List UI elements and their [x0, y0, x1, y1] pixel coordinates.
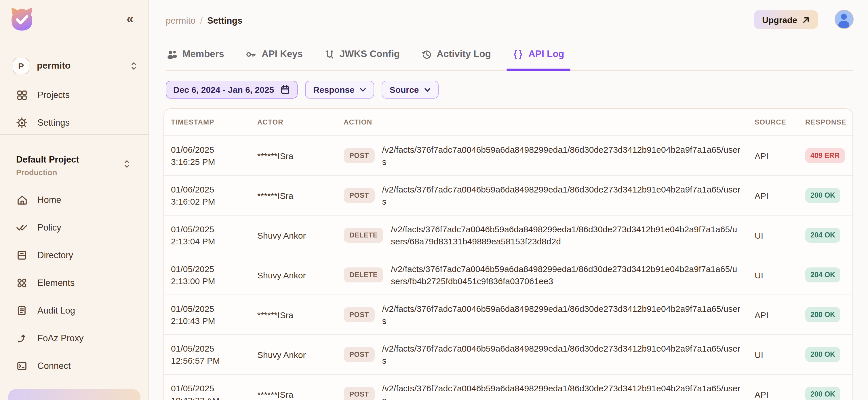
- chevron-updown-icon: [124, 159, 130, 169]
- sidebar-item-elements[interactable]: Elements: [9, 273, 142, 293]
- response-badge: 409 ERR: [805, 148, 845, 163]
- request-url: /v2/facts/376f7adc7a0046b59a6da8498299ed…: [382, 342, 741, 367]
- sidebar: « P permito Projects: [0, 0, 149, 400]
- response-badge: 200 OK: [805, 188, 840, 203]
- filter-bar: Dec 6, 2024 - Jan 6, 2025 Response: [166, 81, 438, 98]
- column-header-response: RESPONSE: [805, 118, 847, 126]
- response-filter-dropdown[interactable]: Response: [305, 81, 374, 98]
- tab-label: API Log: [528, 49, 564, 59]
- curved-arrow-icon: [16, 333, 28, 344]
- sidebar-item-label: Connect: [37, 361, 70, 371]
- source-cell: API: [754, 151, 805, 161]
- history-icon: [422, 50, 431, 59]
- table-body: 01/06/20253:16:25 PM ******ISra POST /v2…: [164, 136, 852, 400]
- sidebar-item-label: Directory: [37, 250, 73, 260]
- breadcrumb: permito / Settings: [166, 16, 242, 26]
- method-badge: POST: [344, 188, 375, 203]
- sidebar-item-connect[interactable]: Connect: [9, 355, 142, 376]
- source-cell: API: [754, 389, 805, 399]
- four-circles-icon: [16, 277, 28, 289]
- table-row[interactable]: 01/05/20252:13:04 PM Shuvy Ankor DELETE …: [164, 216, 852, 255]
- timestamp-cell: 01/05/202510:43:32 AM: [171, 382, 257, 400]
- sidebar-item-settings[interactable]: Settings: [9, 112, 142, 133]
- request-url: /v2/facts/376f7adc7a0046b59a6da8498299ed…: [382, 144, 741, 168]
- code-braces-icon: [513, 50, 523, 59]
- settings-tabs: Members API Keys: [166, 46, 853, 71]
- sidebar-item-audit-log[interactable]: Audit Log: [9, 300, 142, 321]
- chevron-updown-icon: [131, 61, 137, 70]
- upgrade-button[interactable]: Upgrade: [754, 10, 818, 29]
- sidebar-item-home[interactable]: Home: [9, 190, 142, 210]
- main-content: permito / Settings Upgrade: [149, 0, 868, 400]
- tab-activity-log[interactable]: Activity Log: [421, 46, 492, 70]
- table-row[interactable]: 01/05/202512:56:57 PM Shuvy Ankor POST /…: [164, 335, 852, 375]
- user-avatar[interactable]: [835, 10, 854, 29]
- sidebar-item-label: FoAz Proxy: [37, 333, 84, 344]
- chevron-down-icon: [360, 87, 366, 92]
- sidebar-divider: [0, 134, 149, 135]
- method-badge: DELETE: [344, 228, 383, 242]
- tab-jwks-config[interactable]: JWKS Config: [323, 46, 401, 70]
- source-filter-dropdown[interactable]: Source: [382, 81, 439, 98]
- arrow-up-right-icon: [802, 16, 810, 23]
- column-header-actor: ACTOR: [257, 118, 344, 126]
- project-name: Default Project: [16, 154, 137, 165]
- sidebar-item-policy[interactable]: Policy: [9, 217, 142, 238]
- actor-cell: ******ISra: [257, 389, 344, 399]
- tab-api-keys[interactable]: API Keys: [245, 46, 304, 70]
- sidebar-collapse-button[interactable]: «: [127, 13, 133, 25]
- actor-cell: ******ISra: [257, 151, 344, 161]
- column-header-timestamp: TIMESTAMP: [171, 118, 257, 126]
- response-cell: 204 OK: [805, 228, 847, 242]
- timestamp-cell: 01/05/202512:56:57 PM: [171, 342, 257, 367]
- action-cell: POST /v2/facts/376f7adc7a0046b59a6da8498…: [344, 342, 754, 367]
- org-selector[interactable]: P permito: [13, 57, 137, 74]
- breadcrumb-page: Settings: [207, 16, 242, 26]
- upgrade-label: Upgrade: [762, 15, 797, 25]
- response-badge: 200 OK: [805, 347, 840, 362]
- sidebar-item-label: Home: [37, 195, 61, 205]
- table-row[interactable]: 01/06/20253:16:25 PM ******ISra POST /v2…: [164, 136, 852, 176]
- document-lines-icon: [16, 305, 28, 316]
- source-filter-label: Source: [390, 85, 419, 94]
- breadcrumb-separator: /: [200, 16, 203, 26]
- sidebar-item-label: Audit Log: [37, 306, 75, 316]
- org-name: permito: [37, 60, 131, 71]
- sidebar-item-foaz-proxy[interactable]: FoAz Proxy: [9, 328, 142, 349]
- tab-label: Members: [183, 49, 224, 59]
- table-row[interactable]: 01/05/20252:13:00 PM Shuvy Ankor DELETE …: [164, 255, 852, 295]
- breadcrumb-org-link[interactable]: permito: [166, 16, 195, 26]
- action-cell: DELETE /v2/facts/376f7adc7a0046b59a6da84…: [344, 223, 754, 247]
- double-check-icon: [16, 222, 28, 233]
- response-badge: 204 OK: [805, 228, 840, 242]
- sidebar-item-projects[interactable]: Projects: [9, 85, 142, 106]
- method-badge: POST: [344, 307, 375, 322]
- sidebar-item-directory[interactable]: Directory: [9, 245, 142, 266]
- tab-members[interactable]: Members: [166, 46, 225, 70]
- date-range-filter[interactable]: Dec 6, 2024 - Jan 6, 2025: [166, 81, 298, 98]
- response-badge: 200 OK: [805, 387, 840, 400]
- timestamp-cell: 01/05/20252:10:43 PM: [171, 303, 257, 327]
- method-badge: POST: [344, 347, 375, 362]
- response-cell: 409 ERR: [805, 148, 847, 163]
- response-badge: 200 OK: [805, 307, 840, 322]
- timestamp-cell: 01/06/20253:16:25 PM: [171, 144, 257, 168]
- home-icon: [16, 194, 28, 206]
- chevron-down-icon: [424, 87, 430, 92]
- action-cell: POST /v2/facts/376f7adc7a0046b59a6da8498…: [344, 303, 754, 327]
- project-selector[interactable]: Default Project Production: [16, 154, 137, 177]
- actor-cell: ******ISra: [257, 310, 344, 320]
- tab-api-log[interactable]: API Log: [512, 46, 565, 70]
- promo-card[interactable]: [8, 389, 141, 400]
- sidebar-item-label: Settings: [37, 118, 70, 128]
- response-cell: 204 OK: [805, 267, 847, 282]
- tab-label: Activity Log: [437, 49, 491, 59]
- date-range-value: Dec 6, 2024 - Jan 6, 2025: [173, 85, 274, 94]
- table-row[interactable]: 01/05/202510:43:32 AM ******ISra POST /v…: [164, 375, 852, 400]
- table-row[interactable]: 01/05/20252:10:43 PM ******ISra POST /v2…: [164, 295, 852, 335]
- timestamp-cell: 01/05/20252:13:00 PM: [171, 263, 257, 287]
- table-row[interactable]: 01/06/20253:16:02 PM ******ISra POST /v2…: [164, 176, 852, 216]
- key-icon: [246, 50, 256, 59]
- source-cell: UI: [754, 230, 805, 240]
- actor-cell: Shuvy Ankor: [257, 230, 344, 240]
